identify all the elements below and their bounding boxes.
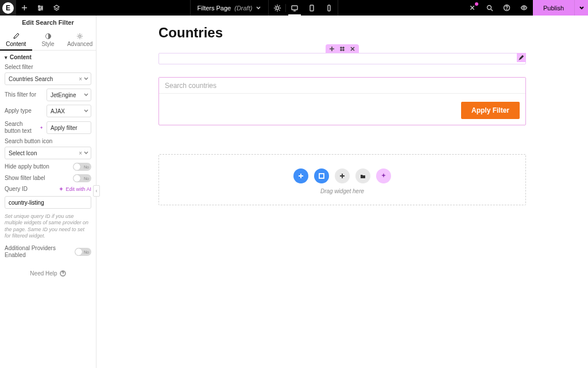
svg-rect-6 [328,5,330,11]
dropzone-caption: Drag widget here [159,188,525,194]
device-desktop[interactable] [286,0,303,16]
top-bar: E Filters Page (Draft) [0,0,588,16]
need-help-link[interactable]: Need Help [0,263,96,283]
label-apply-type: Apply type [5,108,32,114]
label-search-button-icon: Search button icon [5,138,91,145]
plus-icon [329,46,335,52]
svg-point-3 [276,6,278,9]
mobile-icon [325,4,333,12]
editor-canvas: Countries Apply Filter [96,16,588,368]
clear-icon[interactable]: × [79,150,82,156]
tab-advanced[interactable]: Advanced [64,29,96,50]
page-settings-button[interactable] [269,4,286,12]
label-search-button-text: Search button text [5,121,38,135]
sliders-icon [37,4,44,12]
eye-icon [520,4,528,12]
label-hide-apply-button: Hide apply button [5,163,49,170]
this-filter-for-value[interactable] [47,89,91,101]
page-status: (Draft) [234,5,252,12]
apply-type-dropdown[interactable] [47,105,91,117]
folder-icon [359,172,366,179]
gear-icon [273,4,281,12]
query-id-help: Set unique query ID if you use multiple … [5,212,91,241]
editor-sidebar: Edit Search Filter Content Style Advance… [0,16,96,368]
preview-button[interactable] [516,0,533,16]
help-icon [60,270,66,277]
panel-tabs: Content Style Advanced [0,29,96,51]
dropzone-add-container[interactable] [314,168,329,183]
svg-point-14 [341,47,342,48]
show-filter-label-toggle[interactable]: No [73,174,91,182]
search-button-icon-dropdown[interactable]: × [5,147,91,159]
section-content-toggle[interactable]: ▾ Content [0,51,96,64]
sparkle-icon [380,172,387,179]
section-drag-handle[interactable] [338,45,346,53]
site-settings-button[interactable] [32,0,48,16]
device-tablet[interactable] [303,0,320,16]
chevron-down-icon [256,5,261,11]
svg-rect-18 [319,174,324,178]
section-add-button[interactable] [328,45,336,53]
clear-icon[interactable]: × [79,76,82,82]
svg-point-9 [507,9,508,10]
search-button-text-input[interactable] [47,121,91,134]
widget-dropzone[interactable]: Drag widget here [158,154,526,205]
hide-apply-button-toggle[interactable]: No [73,163,91,171]
section-mini-toolbar [158,44,526,53]
drag-icon [339,46,345,52]
search-countries-input[interactable] [159,78,525,94]
label-select-filter: Select filter [5,64,91,71]
label-show-filter-label: Show filter label [5,175,45,182]
dropzone-add-widget[interactable] [335,168,350,183]
layers-icon [53,4,60,12]
section-delete-button[interactable] [349,45,357,53]
ai-sparkle-icon[interactable] [40,125,43,131]
apply-filter-button[interactable]: Apply Filter [461,102,520,119]
help-icon [503,4,510,12]
pencil-icon [519,55,524,60]
svg-point-15 [343,47,344,48]
apply-type-value[interactable] [47,105,91,117]
svg-point-16 [341,49,342,51]
caret-down-icon: ▾ [5,55,7,60]
edit-section-handle[interactable] [517,53,526,62]
edit-with-ai-link[interactable]: Edit with AI [59,186,91,192]
panel-title: Edit Search Filter [0,16,96,29]
dropzone-template[interactable] [355,168,370,183]
tab-content[interactable]: Content [0,29,32,50]
gear-icon [76,33,83,40]
dropzone-add-section[interactable] [293,168,308,183]
publish-button[interactable]: Publish [533,0,574,16]
publish-label: Publish [543,5,564,12]
svg-point-10 [523,7,525,9]
select-filter-dropdown[interactable]: × [5,72,91,85]
structure-button[interactable] [48,0,64,16]
page-selector[interactable]: Filters Page (Draft) [190,0,269,16]
this-filter-for-dropdown[interactable] [47,89,91,101]
close-icon [350,46,355,52]
svg-point-7 [488,6,492,10]
finder-button[interactable] [481,0,498,16]
search-icon [486,4,493,12]
selected-section[interactable] [158,53,526,64]
elementor-logo[interactable]: E [0,0,16,16]
elementor-logo-glyph: E [6,4,10,12]
notifications-button[interactable] [464,0,481,16]
notification-dot [475,2,478,6]
add-widget-button[interactable] [16,0,32,16]
svg-rect-5 [310,5,314,11]
label-additional-providers: Additional Providers Enabled [5,245,71,259]
chevron-down-icon [579,5,585,11]
tab-style[interactable]: Style [32,29,64,50]
dropzone-ai[interactable] [376,168,391,183]
page-name: Filters Page [198,5,231,12]
query-id-input[interactable] [5,196,91,209]
additional-providers-toggle[interactable]: No [75,248,91,256]
publish-options-button[interactable] [574,0,588,16]
help-button[interactable] [498,0,516,16]
search-filter-widget[interactable]: Apply Filter [158,77,526,125]
plus-bold-icon [297,172,304,179]
tablet-icon [308,4,316,12]
svg-point-12 [79,35,81,37]
device-mobile[interactable] [320,0,338,16]
